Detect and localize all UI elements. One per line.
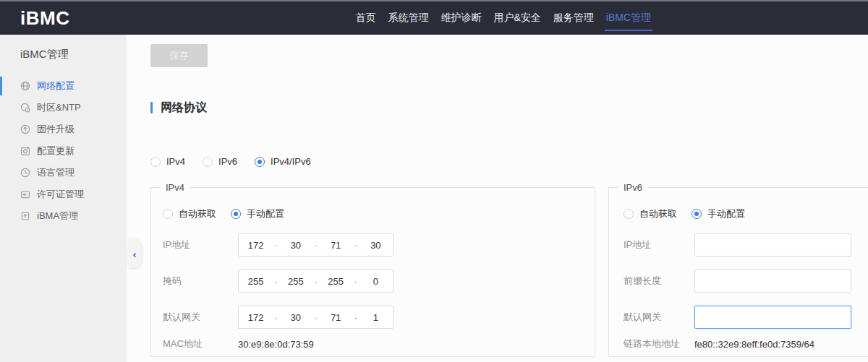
radio-button[interactable] (692, 209, 702, 219)
license-icon (20, 189, 30, 199)
timezone-clock-icon (20, 103, 30, 113)
nav-item-user-security[interactable]: 用户&安全 (493, 1, 540, 35)
ipv6-default-gateway-input[interactable] (694, 306, 851, 329)
section-title: 网络协议 (161, 100, 207, 116)
subnet-mask-input[interactable]: 255 · 255 · 255 · 0 (238, 270, 393, 293)
radio-button[interactable] (231, 209, 241, 219)
ipv6-ip-row: IP地址 (624, 233, 868, 257)
topbar: iBMC 首页 系统管理 维护诊断 用户&安全 服务管理 iBMC管理 (0, 0, 868, 35)
radio-ipv6-auto[interactable]: 自动获取 (624, 207, 677, 220)
sidebar-item-label: 语言管理 (37, 166, 75, 179)
sidebar-collapse-button[interactable]: ‹ (128, 239, 141, 268)
octet-separator: · (353, 312, 359, 323)
ipv6-address-input[interactable] (694, 233, 851, 257)
nav-item-maintenance-diagnostics[interactable]: 维护诊断 (441, 1, 481, 35)
ipv6-link-local-row: 链路本地地址 fe80::32e9:8eff:fe0d:7359/64 (624, 337, 868, 350)
section-accent-bar (150, 102, 153, 113)
ipv6-prefix-row: 前缀长度 (624, 270, 868, 293)
sidebar-item-ibma-management[interactable]: iBMA管理 (0, 205, 127, 227)
ip-octet-3[interactable]: 255 (319, 276, 353, 287)
octet-separator: · (313, 240, 319, 251)
radio-label: 自动获取 (639, 207, 677, 220)
ipv6-mode-radio-group: 自动获取 手动配置 (624, 188, 868, 220)
radio-ipv6-manual[interactable]: 手动配置 (692, 207, 745, 220)
active-indicator (0, 77, 2, 95)
ip-octet-2[interactable]: 30 (278, 240, 312, 251)
octet-separator: · (273, 312, 278, 323)
radio-ipv4-manual[interactable]: 手动配置 (231, 207, 284, 220)
main-content: 保存 网络协议 IPv4 IPv6 IPv4/IPv6 IPv4 (127, 35, 868, 362)
radio-button[interactable] (255, 157, 265, 167)
prefix-length-input[interactable] (694, 270, 851, 293)
field-label: 默认网关 (163, 311, 238, 324)
radio-button[interactable] (624, 209, 634, 219)
firmware-upgrade-icon (20, 124, 30, 134)
octet-separator: · (353, 276, 359, 287)
octet-separator: · (313, 312, 319, 323)
radio-option-ipv6[interactable]: IPv6 (203, 156, 237, 167)
ip-octet-1[interactable]: 172 (239, 240, 273, 251)
nav-item-ibmc-management[interactable]: iBMC管理 (606, 1, 651, 35)
sidebar-item-network-config[interactable]: 网络配置 (0, 75, 127, 97)
radio-label: 自动获取 (179, 207, 216, 220)
sidebar: iBMC管理 网络配置 时区&NTP 固件升 (0, 35, 127, 362)
app-logo[interactable]: iBMC (0, 7, 69, 30)
ipv4-panel: IPv4 自动获取 手动配置 IP地址 172 · (150, 187, 595, 357)
radio-option-ipv4[interactable]: IPv4 (150, 156, 185, 167)
field-label: 链路本地地址 (624, 337, 694, 350)
field-label: MAC地址 (163, 337, 238, 350)
protocol-radio-group: IPv4 IPv6 IPv4/IPv6 (150, 156, 868, 167)
ip-octet-2[interactable]: 255 (278, 276, 312, 287)
radio-ipv4-auto[interactable]: 自动获取 (163, 207, 216, 220)
sidebar-item-language-management[interactable]: 语言管理 (0, 162, 127, 184)
field-label: 默认网关 (624, 311, 694, 324)
ipv4-mac-row: MAC地址 30:e9:8e:0d:73:59 (163, 337, 595, 350)
primary-nav: 首页 系统管理 维护诊断 用户&安全 服务管理 iBMC管理 (355, 1, 651, 35)
radio-button[interactable] (163, 209, 173, 219)
sidebar-item-timezone-ntp[interactable]: 时区&NTP (0, 97, 127, 118)
language-icon (20, 168, 30, 178)
sidebar-item-firmware-upgrade[interactable]: 固件升级 (0, 118, 127, 140)
octet-separator: · (273, 240, 278, 251)
nav-item-system-management[interactable]: 系统管理 (388, 1, 428, 35)
mac-address-value: 30:e9:8e:0d:73:59 (238, 339, 314, 350)
ip-octet-4[interactable]: 30 (359, 240, 393, 251)
field-label: IP地址 (163, 238, 238, 251)
chevron-left-icon: ‹ (133, 249, 137, 259)
radio-button[interactable] (150, 157, 161, 167)
ipv6-panel-legend: IPv6 (618, 181, 647, 194)
octet-separator: · (353, 240, 359, 251)
protocol-panels: IPv4 自动获取 手动配置 IP地址 172 · (150, 187, 868, 357)
ipv4-mode-radio-group: 自动获取 手动配置 (163, 188, 595, 220)
nav-item-service-management[interactable]: 服务管理 (553, 1, 594, 35)
ipv4-mask-row: 掩码 255 · 255 · 255 · 0 (163, 270, 595, 293)
sidebar-item-label: 固件升级 (37, 123, 75, 136)
field-label: 前缀长度 (624, 275, 694, 288)
ip-octet-4[interactable]: 1 (359, 312, 393, 323)
ip-octet-1[interactable]: 255 (239, 276, 273, 287)
link-local-address-value: fe80::32e9:8eff:fe0d:7359/64 (694, 339, 814, 350)
radio-label: IPv4/IPv6 (271, 156, 311, 167)
ip-octet-4[interactable]: 0 (359, 276, 393, 287)
sidebar-item-label: 时区&NTP (37, 101, 81, 114)
globe-icon (20, 81, 30, 91)
ip-octet-2[interactable]: 30 (278, 312, 312, 323)
ip-octet-3[interactable]: 71 (319, 312, 353, 323)
ibma-package-icon (20, 211, 30, 221)
ipv4-address-input[interactable]: 172 · 30 · 71 · 30 (238, 233, 393, 257)
nav-item-home[interactable]: 首页 (355, 1, 375, 35)
ipv4-panel-legend: IPv4 (161, 181, 190, 194)
default-gateway-input[interactable]: 172 · 30 · 71 · 1 (238, 306, 393, 329)
sidebar-menu: 网络配置 时区&NTP 固件升级 配置更 (0, 75, 127, 227)
ip-octet-3[interactable]: 71 (319, 240, 353, 251)
section-header: 网络协议 (150, 101, 868, 114)
save-button[interactable]: 保存 (150, 44, 208, 67)
sidebar-item-label: 网络配置 (37, 79, 75, 92)
radio-button[interactable] (203, 157, 213, 167)
sidebar-item-label: iBMA管理 (37, 210, 78, 223)
sidebar-item-config-update[interactable]: 配置更新 (0, 140, 127, 162)
radio-option-ipv4-ipv6[interactable]: IPv4/IPv6 (255, 156, 311, 167)
ip-octet-1[interactable]: 172 (239, 312, 273, 323)
sidebar-item-label: 配置更新 (37, 145, 75, 158)
sidebar-item-license-management[interactable]: 许可证管理 (0, 184, 127, 205)
